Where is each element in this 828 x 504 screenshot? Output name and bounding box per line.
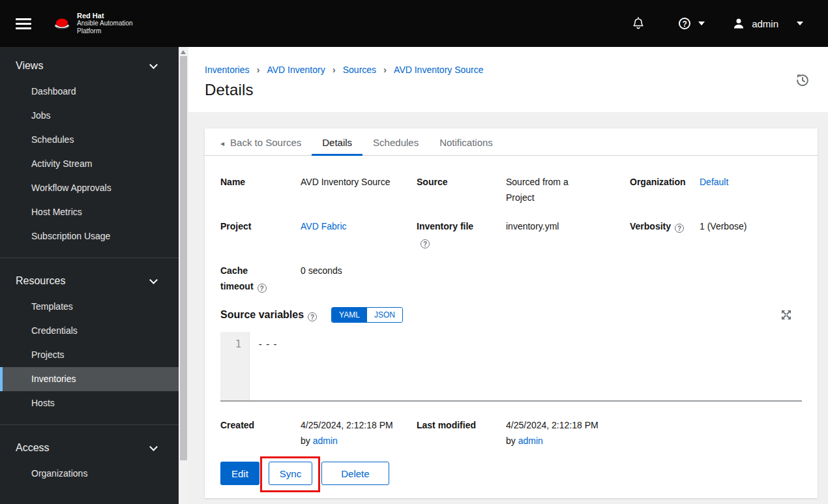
sidebar-item-hosts[interactable]: Hosts bbox=[0, 391, 179, 415]
breadcrumb-sources[interactable]: Sources bbox=[343, 65, 376, 75]
redhat-hat-icon bbox=[52, 17, 72, 31]
sidebar-item-workflow-approvals[interactable]: Workflow Approvals bbox=[0, 176, 179, 200]
inventory-file-label: Inventory file bbox=[417, 218, 506, 250]
nav-section-label: Access bbox=[16, 442, 50, 454]
nav-section-access: Access Organizations bbox=[0, 424, 179, 486]
question-circle-icon bbox=[679, 18, 690, 29]
breadcrumb-avd-inventory[interactable]: AVD Inventory bbox=[267, 65, 325, 75]
cache-timeout-label: Cache timeout bbox=[220, 263, 301, 294]
organization-link[interactable]: Default bbox=[700, 177, 728, 187]
nav-section-access-header[interactable]: Access bbox=[0, 436, 179, 462]
scrollbar-track[interactable] bbox=[179, 47, 188, 504]
sidebar-item-projects[interactable]: Projects bbox=[0, 343, 179, 367]
action-buttons: Edit Sync Delete bbox=[220, 462, 802, 488]
sidebar-item-schedules[interactable]: Schedules bbox=[0, 128, 179, 152]
json-toggle-button[interactable]: JSON bbox=[367, 308, 402, 322]
brand-line1: Red Hat bbox=[77, 12, 133, 20]
chevron-down-icon bbox=[149, 276, 158, 284]
breadcrumb-inventories[interactable]: Inventories bbox=[205, 65, 249, 75]
scrollbar-thumb[interactable] bbox=[180, 56, 187, 460]
breadcrumb-separator-icon bbox=[256, 64, 259, 75]
last-modified-value: 4/25/2024, 2:12:18 PM by admin bbox=[506, 417, 630, 449]
created-label: Created bbox=[220, 417, 301, 449]
chevron-down-icon bbox=[698, 22, 705, 25]
editor-line-number: 1 bbox=[220, 332, 250, 400]
name-label: Name bbox=[220, 174, 301, 205]
cache-timeout-value: 0 seconds bbox=[301, 263, 417, 294]
chevron-down-icon bbox=[149, 61, 158, 69]
yaml-json-toggle: YAML JSON bbox=[331, 307, 403, 323]
sidebar-item-templates[interactable]: Templates bbox=[0, 295, 179, 319]
details-body: Name AVD Inventory Source Source Sourced… bbox=[205, 156, 818, 498]
detail-row-1: Name AVD Inventory Source Source Sourced… bbox=[220, 174, 802, 205]
name-value: AVD Inventory Source bbox=[301, 174, 417, 205]
breadcrumb-avd-inventory-source[interactable]: AVD Inventory Source bbox=[394, 65, 483, 75]
delete-button[interactable]: Delete bbox=[321, 462, 389, 485]
help-icon[interactable] bbox=[421, 239, 430, 248]
history-button[interactable] bbox=[795, 73, 810, 87]
breadcrumb-separator-icon bbox=[333, 64, 336, 75]
tab-notifications[interactable]: Notifications bbox=[429, 128, 503, 156]
detail-row-timestamps: Created 4/25/2024, 2:12:18 PM by admin L… bbox=[220, 417, 802, 449]
verbosity-label: Verbosity bbox=[630, 218, 700, 250]
source-variables-row: Source variables YAML JSON bbox=[220, 307, 802, 323]
tab-bar: Back to Sources Details Schedules Notifi… bbox=[205, 128, 818, 156]
sidebar-item-activity-stream[interactable]: Activity Stream bbox=[0, 152, 179, 176]
brand-line2: Ansible Automation bbox=[77, 20, 133, 27]
help-icon[interactable] bbox=[258, 284, 267, 293]
inventory-file-value: inventory.yml bbox=[506, 218, 630, 250]
expand-editor-button[interactable] bbox=[781, 310, 791, 320]
modified-by-user-link[interactable]: admin bbox=[518, 436, 543, 446]
source-label: Source bbox=[417, 174, 506, 205]
yaml-toggle-button[interactable]: YAML bbox=[332, 308, 367, 322]
sync-button[interactable]: Sync bbox=[269, 462, 312, 485]
page-title: Details bbox=[205, 81, 828, 99]
nav-section-label: Views bbox=[16, 60, 43, 72]
sidebar-item-subscription-usage[interactable]: Subscription Usage bbox=[0, 224, 179, 248]
project-link[interactable]: AVD Fabric bbox=[301, 221, 347, 231]
brand-line3: Platform bbox=[77, 27, 133, 35]
nav-section-views: Views Dashboard Jobs Schedules Activity … bbox=[0, 47, 179, 248]
user-name: admin bbox=[752, 18, 778, 29]
source-variables-label: Source variables bbox=[220, 309, 317, 321]
notifications-button[interactable] bbox=[632, 16, 645, 31]
breadcrumb: Inventories AVD Inventory Sources AVD In… bbox=[205, 64, 828, 75]
edit-button[interactable]: Edit bbox=[220, 462, 259, 485]
help-menu-button[interactable] bbox=[679, 18, 705, 29]
last-modified-label: Last modified bbox=[417, 417, 506, 449]
tab-back-to-sources[interactable]: Back to Sources bbox=[210, 128, 312, 156]
masthead: Red Hat Ansible Automation Platform bbox=[0, 0, 828, 47]
main-content: Inventories AVD Inventory Sources AVD In… bbox=[188, 47, 828, 504]
breadcrumb-separator-icon bbox=[383, 64, 387, 75]
sidebar-item-inventories[interactable]: Inventories bbox=[0, 367, 179, 391]
help-icon[interactable] bbox=[675, 224, 684, 233]
project-label: Project bbox=[220, 218, 301, 250]
chevron-down-icon bbox=[797, 22, 803, 25]
nav-toggle-icon[interactable] bbox=[16, 16, 31, 32]
bell-icon bbox=[632, 16, 645, 31]
details-card: Back to Sources Details Schedules Notifi… bbox=[205, 128, 818, 498]
sidebar-item-dashboard[interactable]: Dashboard bbox=[0, 80, 179, 104]
nav-section-resources: Resources Templates Credentials Projects… bbox=[0, 258, 179, 415]
sidebar-item-host-metrics[interactable]: Host Metrics bbox=[0, 200, 179, 224]
nav-section-views-header[interactable]: Views bbox=[0, 53, 179, 80]
tab-schedules[interactable]: Schedules bbox=[362, 128, 429, 156]
organization-label: Organization bbox=[630, 174, 700, 205]
scrollbar-up-arrow-icon[interactable] bbox=[181, 50, 186, 54]
sidebar-item-organizations[interactable]: Organizations bbox=[0, 462, 179, 486]
nav-section-label: Resources bbox=[16, 275, 65, 287]
sidebar-item-credentials[interactable]: Credentials bbox=[0, 319, 179, 343]
verbosity-value: 1 (Verbose) bbox=[700, 218, 802, 250]
help-icon[interactable] bbox=[308, 312, 317, 321]
source-variables-editor: 1 --- bbox=[220, 332, 802, 402]
nav-section-resources-header[interactable]: Resources bbox=[0, 269, 179, 295]
tab-details[interactable]: Details bbox=[312, 128, 362, 156]
user-menu-button[interactable]: admin bbox=[732, 17, 803, 30]
detail-row-3: Cache timeout 0 seconds bbox=[220, 263, 802, 294]
sidebar-item-jobs[interactable]: Jobs bbox=[0, 104, 179, 128]
brand-logo: Red Hat Ansible Automation Platform bbox=[52, 12, 133, 35]
created-by-user-link[interactable]: admin bbox=[313, 436, 338, 446]
expand-arrows-icon bbox=[781, 310, 791, 320]
user-icon bbox=[732, 17, 745, 30]
sidebar-nav: Views Dashboard Jobs Schedules Activity … bbox=[0, 47, 179, 504]
